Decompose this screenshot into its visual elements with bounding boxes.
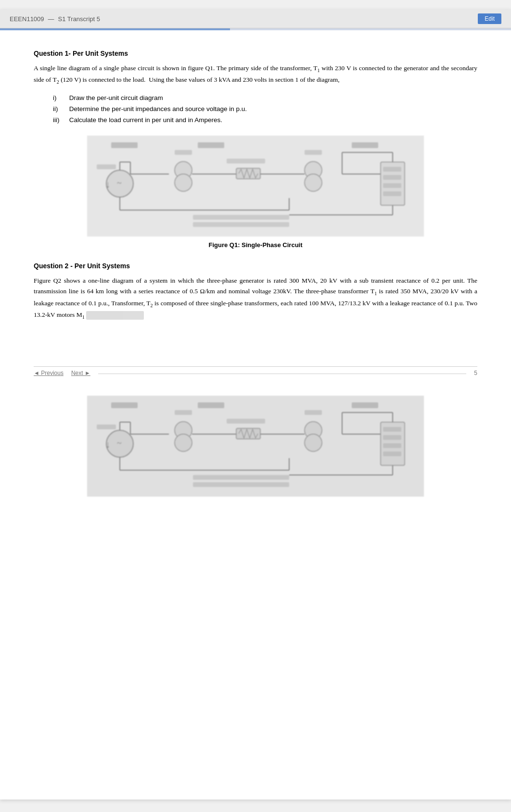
svg-rect-60 [227, 419, 265, 424]
list-item-1: i) Draw the per-unit circuit diagram [53, 93, 477, 104]
divider-line [98, 374, 467, 374]
divider-1 [34, 366, 477, 367]
svg-rect-9 [97, 164, 116, 169]
top-bar-left: EEEN11009 — S1 Transcript 5 [10, 15, 100, 23]
top-bar: EEEN11009 — S1 Transcript 5 Edit [0, 10, 511, 28]
next-link[interactable]: Next ► [71, 370, 90, 376]
main-content: Question 1- Per Unit Systems A single li… [0, 30, 511, 800]
svg-rect-41 [198, 402, 224, 408]
svg-text:↓: ↓ [105, 439, 110, 450]
blank-space [34, 328, 477, 366]
svg-rect-28 [383, 175, 401, 180]
svg-point-56 [175, 434, 192, 451]
sub2: 2 [57, 79, 59, 85]
list-item-2: ii) Determine the per-unit impedances an… [53, 104, 477, 115]
q2-sub1: 1 [374, 291, 377, 296]
circuit-svg-q2: ~ [87, 396, 424, 497]
svg-rect-29 [383, 183, 401, 188]
svg-rect-1 [111, 142, 138, 148]
svg-rect-57 [175, 410, 192, 415]
svg-rect-37 [193, 222, 289, 227]
page-wrapper: EEEN11009 — S1 Transcript 5 Edit Questio… [0, 10, 511, 800]
question2-body: Figure Q2 shows a one-line diagram of a … [34, 275, 477, 321]
question1-section: Question 1- Per Unit Systems A single li… [34, 50, 477, 249]
svg-rect-66 [383, 427, 401, 432]
figure-q1-caption: Figure Q1: Single-Phase Circuit [34, 241, 477, 249]
course-code: EEEN11009 [10, 15, 44, 23]
dash-separator: — [48, 15, 54, 23]
svg-point-23 [305, 174, 322, 191]
q2-sub3: 1 [82, 314, 85, 320]
list-item-3: iii) Calculate the load current in per u… [53, 115, 477, 126]
page-number: 5 [474, 370, 477, 376]
svg-rect-40 [111, 402, 138, 408]
svg-text:↓: ↓ [105, 179, 110, 189]
svg-rect-24 [305, 150, 322, 155]
svg-rect-75 [193, 475, 289, 480]
svg-rect-69 [383, 451, 401, 456]
question1-title: Question 1- Per Unit Systems [34, 50, 477, 57]
bottom-links: ◄ Previous Next ► 5 [34, 370, 477, 376]
transcript-title: S1 Transcript 5 [58, 15, 100, 23]
circuit-diagram-q1: ~ [34, 136, 477, 237]
with-text: with [461, 287, 473, 295]
circuit-diagram-q2: ~ [34, 396, 477, 497]
svg-rect-2 [198, 142, 224, 148]
svg-rect-21 [227, 159, 265, 163]
redacted-text [86, 311, 144, 320]
svg-text:~: ~ [117, 178, 122, 188]
svg-rect-0 [87, 136, 424, 237]
svg-rect-18 [175, 150, 192, 155]
edit-button[interactable]: Edit [478, 13, 501, 24]
prev-link[interactable]: ◄ Previous [34, 370, 64, 376]
circuit-svg-q1: ~ [87, 136, 424, 237]
question1-body: A single line diagram of a single phase … [34, 63, 477, 86]
svg-rect-27 [383, 167, 401, 172]
question1-list: i) Draw the per-unit circuit diagram ii)… [53, 93, 477, 126]
sub1: 1 [318, 68, 320, 73]
question2-section: Question 2 - Per Unit Systems Figure Q2 … [34, 262, 477, 497]
svg-rect-30 [383, 191, 401, 196]
svg-point-62 [305, 434, 322, 451]
svg-rect-42 [352, 402, 378, 408]
svg-rect-67 [383, 435, 401, 440]
svg-rect-63 [305, 410, 322, 415]
q2-sub2: 2 [151, 302, 153, 308]
svg-rect-3 [352, 142, 378, 148]
svg-rect-39 [87, 396, 424, 497]
svg-rect-36 [193, 215, 289, 220]
svg-rect-68 [383, 443, 401, 448]
svg-point-17 [175, 174, 192, 191]
svg-rect-76 [193, 482, 289, 487]
question2-title: Question 2 - Per Unit Systems [34, 262, 477, 270]
svg-text:~: ~ [117, 438, 122, 448]
svg-rect-48 [97, 425, 116, 429]
